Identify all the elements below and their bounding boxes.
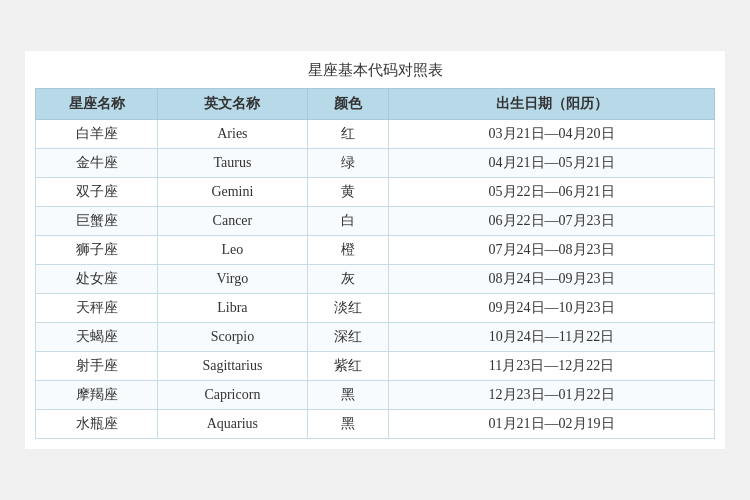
cell-date: 11月23日—12月22日	[389, 352, 715, 381]
table-header-row: 星座名称 英文名称 颜色 出生日期（阳历）	[36, 89, 715, 120]
table-row: 射手座Sagittarius紫红11月23日—12月22日	[36, 352, 715, 381]
cell-date: 10月24日—11月22日	[389, 323, 715, 352]
cell-date: 07月24日—08月23日	[389, 236, 715, 265]
table-row: 水瓶座Aquarius黑01月21日—02月19日	[36, 410, 715, 439]
cell-color: 红	[307, 120, 388, 149]
cell-en-name: Capricorn	[158, 381, 307, 410]
table-row: 金牛座Taurus绿04月21日—05月21日	[36, 149, 715, 178]
table-row: 天秤座Libra淡红09月24日—10月23日	[36, 294, 715, 323]
zodiac-table: 星座名称 英文名称 颜色 出生日期（阳历） 白羊座Aries红03月21日—04…	[35, 88, 715, 439]
cell-color: 黑	[307, 410, 388, 439]
header-date: 出生日期（阳历）	[389, 89, 715, 120]
page-title: 星座基本代码对照表	[35, 61, 715, 80]
cell-color: 深红	[307, 323, 388, 352]
cell-zh-name: 天蝎座	[36, 323, 158, 352]
cell-color: 绿	[307, 149, 388, 178]
table-row: 狮子座Leo橙07月24日—08月23日	[36, 236, 715, 265]
table-row: 处女座Virgo灰08月24日—09月23日	[36, 265, 715, 294]
header-en-name: 英文名称	[158, 89, 307, 120]
cell-en-name: Taurus	[158, 149, 307, 178]
cell-color: 橙	[307, 236, 388, 265]
cell-color: 黑	[307, 381, 388, 410]
cell-zh-name: 水瓶座	[36, 410, 158, 439]
header-zh-name: 星座名称	[36, 89, 158, 120]
cell-color: 灰	[307, 265, 388, 294]
cell-en-name: Virgo	[158, 265, 307, 294]
cell-color: 白	[307, 207, 388, 236]
cell-zh-name: 狮子座	[36, 236, 158, 265]
cell-zh-name: 白羊座	[36, 120, 158, 149]
cell-date: 12月23日—01月22日	[389, 381, 715, 410]
cell-zh-name: 处女座	[36, 265, 158, 294]
cell-en-name: Libra	[158, 294, 307, 323]
cell-en-name: Scorpio	[158, 323, 307, 352]
cell-en-name: Aries	[158, 120, 307, 149]
cell-color: 黄	[307, 178, 388, 207]
cell-zh-name: 巨蟹座	[36, 207, 158, 236]
cell-en-name: Leo	[158, 236, 307, 265]
cell-date: 03月21日—04月20日	[389, 120, 715, 149]
cell-color: 淡红	[307, 294, 388, 323]
cell-en-name: Cancer	[158, 207, 307, 236]
cell-date: 06月22日—07月23日	[389, 207, 715, 236]
cell-date: 01月21日—02月19日	[389, 410, 715, 439]
table-row: 巨蟹座Cancer白06月22日—07月23日	[36, 207, 715, 236]
cell-zh-name: 双子座	[36, 178, 158, 207]
table-row: 白羊座Aries红03月21日—04月20日	[36, 120, 715, 149]
cell-date: 08月24日—09月23日	[389, 265, 715, 294]
cell-en-name: Aquarius	[158, 410, 307, 439]
cell-zh-name: 射手座	[36, 352, 158, 381]
cell-date: 05月22日—06月21日	[389, 178, 715, 207]
cell-date: 09月24日—10月23日	[389, 294, 715, 323]
cell-en-name: Sagittarius	[158, 352, 307, 381]
main-container: 星座基本代码对照表 星座名称 英文名称 颜色 出生日期（阳历） 白羊座Aries…	[25, 51, 725, 449]
cell-zh-name: 摩羯座	[36, 381, 158, 410]
cell-en-name: Gemini	[158, 178, 307, 207]
cell-date: 04月21日—05月21日	[389, 149, 715, 178]
table-row: 天蝎座Scorpio深红10月24日—11月22日	[36, 323, 715, 352]
cell-color: 紫红	[307, 352, 388, 381]
header-color: 颜色	[307, 89, 388, 120]
cell-zh-name: 天秤座	[36, 294, 158, 323]
table-row: 双子座Gemini黄05月22日—06月21日	[36, 178, 715, 207]
cell-zh-name: 金牛座	[36, 149, 158, 178]
table-row: 摩羯座Capricorn黑12月23日—01月22日	[36, 381, 715, 410]
table-body: 白羊座Aries红03月21日—04月20日金牛座Taurus绿04月21日—0…	[36, 120, 715, 439]
